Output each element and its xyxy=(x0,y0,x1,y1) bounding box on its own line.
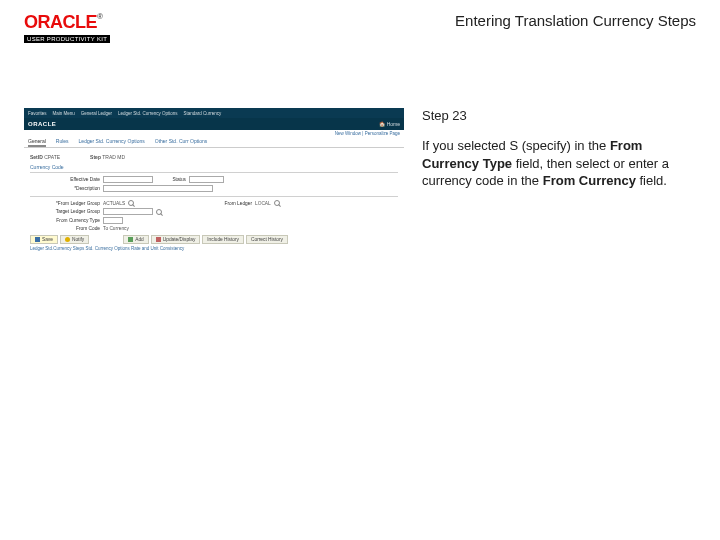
step: Step TRAD MD xyxy=(90,154,125,160)
document-title: Entering Translation Currency Steps xyxy=(455,12,696,29)
oracle-wordmark: ORACLE xyxy=(24,12,97,32)
row-from-code: From Code To Currency xyxy=(30,226,162,231)
thumb-tab: General xyxy=(28,138,46,147)
thumb-tab: Ledger Std. Currency Options xyxy=(79,138,145,147)
thumb-tab: Rules xyxy=(56,138,69,147)
label-from-code: From Code xyxy=(30,226,100,231)
row-description: *Description xyxy=(30,185,398,192)
thumb-tab: Other Std. Curr Options xyxy=(155,138,208,147)
thumb-sublinks: New Window | Personalize Page xyxy=(24,130,404,138)
step-text-frag: If you selected S (specify) in the xyxy=(422,138,610,153)
step-text: If you selected S (specify) in the From … xyxy=(422,137,696,190)
label-effective-date: Effective Date xyxy=(30,177,100,182)
label-target-ledger-group: Target Ledger Group xyxy=(30,209,100,214)
row-target-ledger-group: Target Ledger Group xyxy=(30,208,162,215)
thumb-brand: ORACLE xyxy=(28,121,56,127)
trademark-symbol: ® xyxy=(97,12,103,21)
input-description xyxy=(103,185,213,192)
add-icon xyxy=(128,237,133,242)
thumb-section-label: Currency Code xyxy=(30,164,398,170)
save-button: Save xyxy=(30,235,58,244)
value-from-ledger: LOCAL xyxy=(255,201,271,206)
screenshot-thumbnail: Favorites Main Menu General Ledger Ledge… xyxy=(24,108,404,276)
thumb-buttons: Save Notify Add Update/Display Include H… xyxy=(30,235,398,244)
input-target-ledger-group xyxy=(103,208,153,215)
value-from-ledger-group: ACTUALS xyxy=(103,201,125,206)
oracle-logo: ORACLE® xyxy=(24,12,110,33)
notify-button: Notify xyxy=(60,235,89,244)
setid: SetID CPATE xyxy=(30,154,60,160)
thumb-tabs: General Rules Ledger Std. Currency Optio… xyxy=(24,138,404,148)
page-header: ORACLE® USER PRODUCTIVITY KIT Entering T… xyxy=(0,0,720,60)
correct-history-button: Correct History xyxy=(246,235,288,244)
lookup-icon xyxy=(274,200,280,206)
input-status xyxy=(189,176,224,183)
step-number: Step 23 xyxy=(422,108,696,123)
topmenu-item: Favorites xyxy=(28,111,47,116)
row-from-currency-type: From Currency Type xyxy=(30,217,162,224)
label-from-currency-type: From Currency Type xyxy=(30,218,100,223)
thumb-body: SetID CPATE Step TRAD MD Currency Code E… xyxy=(24,148,404,255)
thumb-home-link: 🏠 Home xyxy=(379,121,400,127)
thumb-meta: SetID CPATE Step TRAD MD xyxy=(30,152,398,162)
label-from-ledger: From Ledger xyxy=(202,201,252,206)
step-text-bold: From Currency xyxy=(543,173,636,188)
label-to-currency: To Currency xyxy=(103,226,129,231)
step-text-frag: field. xyxy=(636,173,667,188)
lookup-icon xyxy=(128,200,134,206)
label-description: *Description xyxy=(30,186,100,191)
thumb-topmenu: Favorites Main Menu General Ledger Ledge… xyxy=(24,108,404,118)
input-effective-date xyxy=(103,176,153,183)
include-history-button: Include History xyxy=(202,235,244,244)
thumb-lower-left: *From Ledger Group ACTUALS Target Ledger… xyxy=(30,200,162,231)
label-status: Status xyxy=(156,177,186,182)
topmenu-item: Ledger Std. Currency Options xyxy=(118,111,178,116)
topmenu-item: Main Menu xyxy=(53,111,75,116)
logo-block: ORACLE® USER PRODUCTIVITY KIT xyxy=(24,12,110,43)
thumb-form: Effective Date Status *Description xyxy=(30,172,398,192)
input-from-currency-type xyxy=(103,217,123,224)
content-row: Favorites Main Menu General Ledger Ledge… xyxy=(24,108,696,276)
row-from-ledger-group: *From Ledger Group ACTUALS xyxy=(30,200,162,206)
topmenu-item: General Ledger xyxy=(81,111,112,116)
update-button: Update/Display xyxy=(151,235,201,244)
instruction-panel: Step 23 If you selected S (specify) in t… xyxy=(422,108,696,276)
thumb-footer-links: Ledger Std.Currency Steps Std. Currency … xyxy=(30,246,398,251)
topmenu-item: Standard Currency xyxy=(184,111,222,116)
row-from-ledger: From Ledger LOCAL xyxy=(202,200,280,206)
add-button: Add xyxy=(123,235,149,244)
row-effective-date: Effective Date Status xyxy=(30,176,398,183)
update-icon xyxy=(156,237,161,242)
thumb-lower: *From Ledger Group ACTUALS Target Ledger… xyxy=(30,196,398,231)
upk-label: USER PRODUCTIVITY KIT xyxy=(24,35,110,43)
save-icon xyxy=(35,237,40,242)
lookup-icon xyxy=(156,209,162,215)
thumb-brandbar: ORACLE 🏠 Home xyxy=(24,118,404,130)
label-from-ledger-group: *From Ledger Group xyxy=(30,201,100,206)
notify-icon xyxy=(65,237,70,242)
thumb-lower-right: From Ledger LOCAL xyxy=(202,200,280,231)
